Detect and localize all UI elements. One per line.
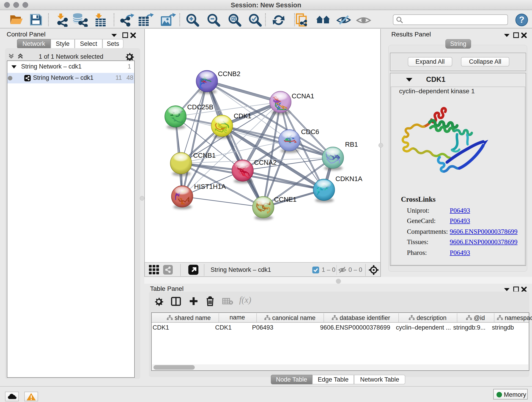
svg-text:CCNE1: CCNE1	[274, 196, 297, 203]
svg-text:CDKN1A: CDKN1A	[336, 175, 362, 182]
svg-text:CDC6: CDC6	[301, 128, 319, 135]
svg-text:CDK1: CDK1	[234, 112, 251, 120]
svg-text:?: ?	[519, 15, 524, 25]
svg-text:RB1: RB1	[345, 141, 358, 148]
svg-text:CDC25B: CDC25B	[187, 103, 213, 111]
svg-text:CCNB1: CCNB1	[193, 152, 215, 159]
svg-text:CCNB2: CCNB2	[218, 70, 240, 77]
svg-text:HIST1H1A: HIST1H1A	[194, 183, 226, 190]
svg-text:CCNA1: CCNA1	[292, 92, 314, 100]
svg-text:CCNA2: CCNA2	[254, 159, 277, 166]
